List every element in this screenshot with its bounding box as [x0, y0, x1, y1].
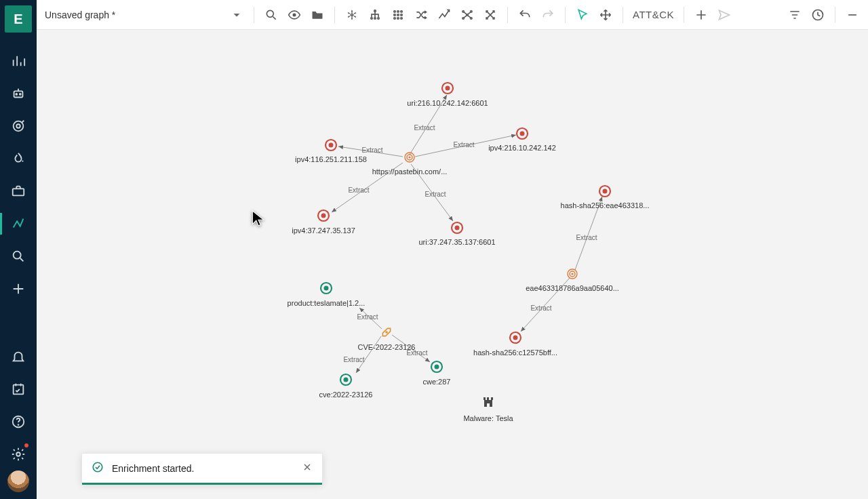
topbar: Unsaved graph * ATT&CK [37, 0, 868, 30]
filter-button[interactable] [783, 3, 806, 26]
toolbar-folder[interactable] [306, 3, 329, 26]
node-ipv4-3[interactable]: ipv4:116.251.211.158 [295, 140, 367, 163]
send-button[interactable] [713, 3, 736, 26]
sidebar-calendar[interactable] [0, 373, 37, 405]
svg-text:hash-sha256:eae463318...: hash-sha256:eae463318... [561, 201, 650, 209]
svg-text:cwe:287: cwe:287 [423, 378, 451, 386]
svg-point-47 [520, 132, 525, 136]
toast-message: Enrichment started. [112, 463, 302, 474]
svg-point-21 [394, 14, 396, 16]
node-ipv4-2[interactable]: ipv4:216.10.242.142 [488, 128, 556, 152]
svg-point-62 [513, 336, 518, 340]
brand-logo[interactable]: E [5, 5, 32, 33]
node-hash-7[interactable]: hash-sha256:eae463318... [561, 186, 650, 209]
edge-label: Extract [357, 313, 378, 321]
svg-text:ipv4:116.251.211.158: ipv4:116.251.211.158 [295, 155, 367, 163]
sidebar-graph[interactable] [0, 207, 37, 240]
layout-shuffle[interactable] [410, 3, 433, 26]
redo-button[interactable] [536, 3, 559, 26]
svg-text:cve:2022-23126: cve:2022-23126 [319, 391, 373, 399]
search-icon [11, 249, 26, 264]
layout-cross[interactable] [479, 3, 502, 26]
svg-line-41 [356, 336, 381, 373]
minimize-button[interactable] [841, 3, 864, 26]
toast-close-button[interactable] [302, 462, 313, 475]
minus-icon [846, 8, 859, 22]
add-button[interactable] [690, 3, 713, 26]
sidebar-analytics[interactable] [0, 45, 37, 77]
svg-point-13 [351, 14, 353, 16]
svg-text:uri:216.10.242.142:6601: uri:216.10.242.142:6601 [407, 99, 488, 107]
node-malware[interactable]: Malware: Tesla [463, 397, 513, 422]
node-hash-9[interactable]: hash-sha256:c12575bff... [473, 332, 557, 357]
svg-point-3 [14, 121, 24, 132]
svg-point-1 [16, 94, 17, 95]
filter-icon [788, 8, 802, 22]
edge-label: Extract [453, 141, 474, 148]
svg-point-59 [603, 189, 608, 194]
sidebar-notifications[interactable] [0, 340, 37, 373]
star-layout-icon [345, 8, 359, 22]
sidebar-fire[interactable] [0, 142, 37, 175]
svg-point-44 [446, 86, 450, 91]
sidebar-briefcase[interactable] [0, 175, 37, 207]
node-cwe[interactable]: cwe:287 [423, 361, 451, 386]
toolbar-search[interactable] [260, 3, 283, 26]
svg-point-22 [397, 14, 399, 16]
success-check-icon [92, 461, 104, 476]
sidebar-help[interactable] [0, 405, 37, 438]
svg-point-75 [571, 273, 573, 275]
eye-icon [288, 8, 301, 22]
search-icon [264, 8, 278, 22]
svg-point-53 [321, 214, 326, 218]
folder-icon [311, 8, 324, 22]
node-product[interactable]: product:teslamate|1.2... [288, 283, 366, 307]
svg-point-26 [401, 17, 403, 19]
svg-text:ipv4:216.10.242.142: ipv4:216.10.242.142 [488, 144, 556, 152]
cursor-tool[interactable] [571, 3, 594, 26]
svg-text:https://pastebin.com/...: https://pastebin.com/... [372, 167, 448, 176]
layout-tree[interactable] [363, 3, 387, 26]
undo-button[interactable] [513, 3, 536, 26]
svg-rect-7 [14, 385, 24, 395]
grid-layout-icon [391, 8, 405, 22]
layout-trend[interactable] [433, 3, 456, 26]
cursor-icon [576, 8, 589, 22]
gear-icon [11, 447, 26, 462]
edge-label: Extract [414, 124, 435, 132]
move-icon [599, 8, 612, 22]
history-button[interactable] [806, 3, 829, 26]
sidebar-settings[interactable] [0, 438, 37, 471]
undo-icon [518, 8, 532, 22]
node-sample-report[interactable]: eae463318786a9aa05640... [526, 269, 619, 292]
node-uri-6[interactable]: uri:37.247.35.137:6601 [418, 222, 495, 246]
node-cve-vuln[interactable]: CVE-2022-23126 [357, 327, 415, 351]
node-ipv4-5[interactable]: ipv4:37.247.35.137 [292, 210, 355, 235]
cross-arrows-icon [484, 8, 497, 22]
svg-point-73 [408, 156, 410, 158]
layout-network[interactable] [456, 3, 479, 26]
layout-star[interactable] [340, 3, 363, 26]
avatar[interactable] [7, 471, 29, 492]
svg-point-15 [371, 17, 373, 19]
svg-text:CVE-2022-23126: CVE-2022-23126 [357, 343, 415, 351]
graph-canvas[interactable]: Extract Extract Extract Extract Extract … [37, 30, 868, 499]
node-uri-1[interactable]: uri:216.10.242.142:6601 [407, 83, 488, 107]
node-pastebin-report[interactable]: https://pastebin.com/... [372, 153, 448, 176]
svg-point-10 [16, 452, 20, 456]
toolbar-visibility[interactable] [283, 3, 306, 26]
svg-point-65 [324, 286, 329, 291]
sidebar-bot[interactable] [0, 77, 37, 110]
close-icon [302, 462, 313, 473]
sidebar-target[interactable] [0, 110, 37, 142]
node-cve[interactable]: cve:2022-23126 [319, 374, 373, 399]
attack-button[interactable]: ATT&CK [629, 9, 678, 20]
trend-icon [437, 8, 451, 22]
move-tool[interactable] [594, 3, 617, 26]
calendar-check-icon [11, 382, 26, 397]
fire-icon [11, 151, 26, 166]
sidebar-add[interactable] [0, 273, 37, 305]
layout-grid[interactable] [387, 3, 410, 26]
sidebar-search[interactable] [0, 240, 37, 273]
graph-title-dropdown[interactable]: Unsaved graph * [45, 9, 248, 21]
